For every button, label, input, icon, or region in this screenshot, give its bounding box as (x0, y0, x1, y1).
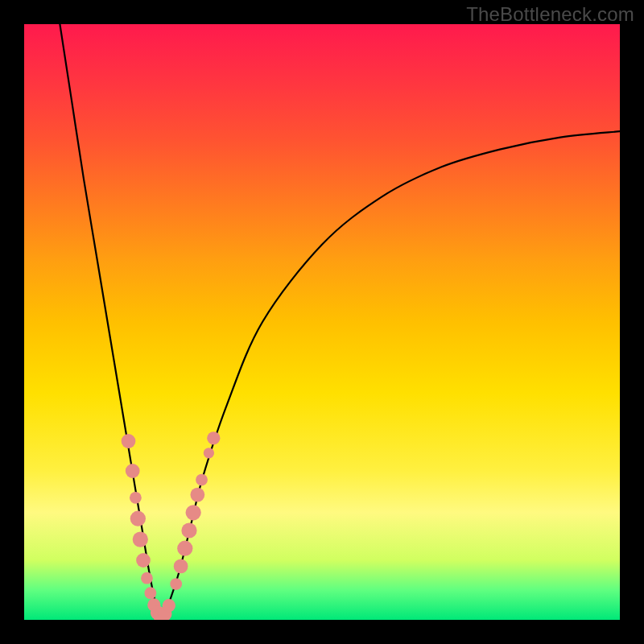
data-marker (122, 434, 136, 448)
data-marker (207, 431, 220, 444)
data-marker (136, 553, 151, 568)
data-marker (174, 559, 188, 574)
data-marker (130, 511, 146, 526)
data-marker (170, 578, 182, 590)
data-marker (177, 541, 192, 556)
data-marker (204, 448, 214, 458)
data-marker (141, 572, 153, 584)
data-marker (130, 492, 142, 504)
bottleneck-curve-path (60, 24, 620, 620)
data-marker (133, 531, 148, 547)
data-marker (126, 464, 140, 478)
data-marker (181, 522, 196, 538)
data-marker (190, 488, 204, 502)
data-marker (186, 505, 201, 520)
curve-line (60, 24, 620, 620)
plot-area (24, 24, 620, 620)
chart-frame: TheBottleneck.com (0, 0, 644, 644)
data-marker (163, 599, 175, 612)
data-marker (196, 474, 208, 486)
chart-svg (24, 24, 620, 620)
watermark-text: TheBottleneck.com (466, 3, 634, 26)
curve-markers (122, 431, 221, 620)
data-marker (144, 587, 156, 599)
